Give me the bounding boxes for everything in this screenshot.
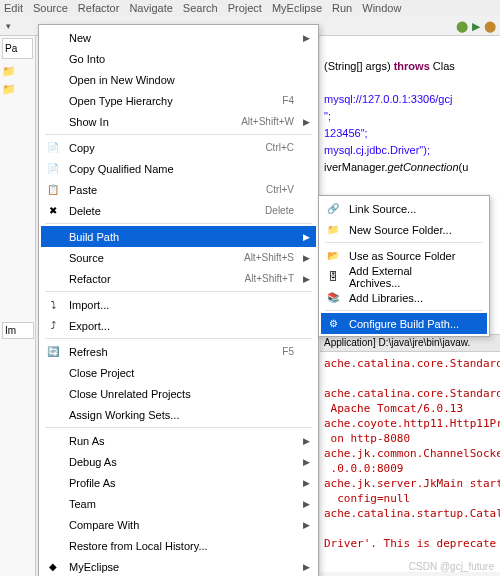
link-icon: 🔗 (325, 201, 341, 217)
menu-item-copy[interactable]: 📄CopyCtrl+C (41, 137, 316, 158)
menu-label: Run As (69, 435, 294, 447)
delete-icon: ✖ (45, 203, 61, 219)
menu-item-close-project[interactable]: Close Project (41, 362, 316, 383)
submenu-arrow-icon: ▶ (303, 436, 310, 446)
menu-item-export[interactable]: ⤴Export... (41, 315, 316, 336)
menu-label: Delete (69, 205, 265, 217)
menu-run[interactable]: Run (332, 2, 352, 14)
toolbar-dropdown[interactable]: ▾ (6, 21, 11, 31)
menu-label: Close Project (69, 367, 294, 379)
menu-label: Compare With (69, 519, 294, 531)
shortcut: Alt+Shift+W (241, 116, 294, 127)
left-panel: Pa 📁 📁 (0, 36, 36, 576)
menu-item-configure-build-path[interactable]: ⚙Configure Build Path... (321, 313, 487, 334)
import-icon: ⤵ (45, 297, 61, 313)
paste-icon: 📋 (45, 182, 61, 198)
menu-item-debug-as[interactable]: Debug As▶ (41, 451, 316, 472)
menu-label: New (69, 32, 294, 44)
menu-item-paste[interactable]: 📋PasteCtrl+V (41, 179, 316, 200)
project-icon[interactable]: 📁 (2, 83, 16, 97)
export-icon: ⤴ (45, 318, 61, 334)
debug-icon[interactable]: ⬤ (456, 20, 468, 33)
conf-icon: ⚙ (325, 316, 341, 332)
menu-label: Configure Build Path... (349, 318, 465, 330)
menu-navigate[interactable]: Navigate (129, 2, 172, 14)
menu-item-new-source-folder[interactable]: 📁New Source Folder... (321, 219, 487, 240)
menu-search[interactable]: Search (183, 2, 218, 14)
menu-item-profile-as[interactable]: Profile As▶ (41, 472, 316, 493)
menu-item-show-in[interactable]: Show InAlt+Shift+W▶ (41, 111, 316, 132)
menu-item-refactor[interactable]: RefactorAlt+Shift+T▶ (41, 268, 316, 289)
menu-label: Team (69, 498, 294, 510)
menu-label: New Source Folder... (349, 224, 465, 236)
menu-item-add-external-archives[interactable]: 🗄Add External Archives... (321, 266, 487, 287)
menu-label: MyEclipse (69, 561, 294, 573)
shortcut: F4 (282, 95, 294, 106)
buildpath-submenu: 🔗Link Source...📁New Source Folder...📂Use… (318, 195, 490, 337)
menu-item-add-libraries[interactable]: 📚Add Libraries... (321, 287, 487, 308)
menu-label: Use as Source Folder (349, 250, 465, 262)
menu-label: Profile As (69, 477, 294, 489)
refresh-icon: 🔄 (45, 344, 61, 360)
menu-label: Export... (69, 320, 294, 332)
tool-icon[interactable]: ⬤ (484, 20, 496, 33)
menu-item-open-type-hierarchy[interactable]: Open Type HierarchyF4 (41, 90, 316, 111)
run-icon[interactable]: ▶ (472, 20, 480, 33)
submenu-arrow-icon: ▶ (303, 478, 310, 488)
shortcut: Alt+Shift+S (244, 252, 294, 263)
menu-item-build-path[interactable]: Build Path▶ (41, 226, 316, 247)
image-tab[interactable]: Im (2, 322, 34, 339)
menu-item-assign-working-sets[interactable]: Assign Working Sets... (41, 404, 316, 425)
project-icon[interactable]: 📁 (2, 65, 16, 79)
menu-item-delete[interactable]: ✖DeleteDelete (41, 200, 316, 221)
menu-item-import[interactable]: ⤵Import... (41, 294, 316, 315)
menu-window[interactable]: Window (362, 2, 401, 14)
menu-source[interactable]: Source (33, 2, 68, 14)
menu-item-team[interactable]: Team▶ (41, 493, 316, 514)
package-explorer-tab[interactable]: Pa (2, 38, 33, 59)
menu-item-use-as-source-folder[interactable]: 📂Use as Source Folder (321, 245, 487, 266)
menu-edit[interactable]: Edit (4, 2, 23, 14)
tree-icons: 📁 📁 (0, 61, 35, 101)
console-output[interactable]: ache.catalina.core.Standard ache.catalin… (320, 352, 500, 572)
menu-label: Refresh (69, 346, 282, 358)
menu-item-copy-qualified-name[interactable]: 📄Copy Qualified Name (41, 158, 316, 179)
menu-item-compare-with[interactable]: Compare With▶ (41, 514, 316, 535)
menubar: EditSourceRefactorNavigateSearchProjectM… (0, 0, 500, 16)
shortcut: Alt+Shift+T (245, 273, 294, 284)
menu-item-myeclipse[interactable]: ◆MyEclipse▶ (41, 556, 316, 576)
submenu-arrow-icon: ▶ (303, 253, 310, 263)
menu-label: Source (69, 252, 244, 264)
jar-icon: 🗄 (325, 269, 341, 285)
watermark: CSDN @gcj_future (409, 561, 494, 572)
menu-item-close-unrelated-projects[interactable]: Close Unrelated Projects (41, 383, 316, 404)
menu-label: Show In (69, 116, 241, 128)
menu-label: Copy Qualified Name (69, 163, 294, 175)
context-menu: New▶Go IntoOpen in New WindowOpen Type H… (38, 24, 319, 576)
menu-label: Close Unrelated Projects (69, 388, 294, 400)
menu-item-new[interactable]: New▶ (41, 27, 316, 48)
menu-item-go-into[interactable]: Go Into (41, 48, 316, 69)
submenu-arrow-icon: ▶ (303, 117, 310, 127)
submenu-arrow-icon: ▶ (303, 520, 310, 530)
copy-icon: 📄 (45, 140, 61, 156)
submenu-arrow-icon: ▶ (303, 499, 310, 509)
menu-item-refresh[interactable]: 🔄RefreshF5 (41, 341, 316, 362)
menu-item-link-source[interactable]: 🔗Link Source... (321, 198, 487, 219)
menu-refactor[interactable]: Refactor (78, 2, 120, 14)
menu-project[interactable]: Project (228, 2, 262, 14)
menu-label: Restore from Local History... (69, 540, 294, 552)
shortcut: F5 (282, 346, 294, 357)
menu-label: Add Libraries... (349, 292, 465, 304)
menu-item-run-as[interactable]: Run As▶ (41, 430, 316, 451)
submenu-arrow-icon: ▶ (303, 274, 310, 284)
menu-label: Build Path (69, 231, 294, 243)
menu-label: Import... (69, 299, 294, 311)
me-icon: ◆ (45, 559, 61, 575)
menu-item-source[interactable]: SourceAlt+Shift+S▶ (41, 247, 316, 268)
menu-label: Link Source... (349, 203, 465, 215)
menu-myeclipse[interactable]: MyEclipse (272, 2, 322, 14)
menu-label: Copy (69, 142, 265, 154)
menu-item-open-in-new-window[interactable]: Open in New Window (41, 69, 316, 90)
menu-item-restore-from-local-history[interactable]: Restore from Local History... (41, 535, 316, 556)
